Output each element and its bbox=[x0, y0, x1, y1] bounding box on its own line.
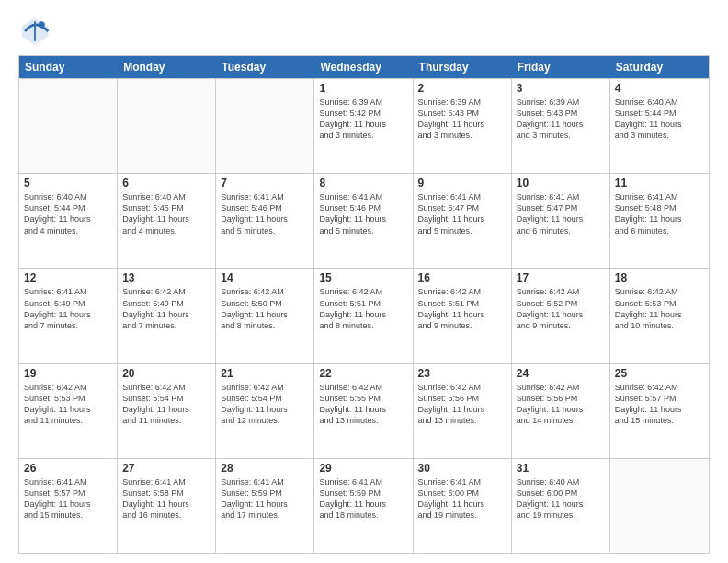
day-cell-4: 4Sunrise: 6:40 AM Sunset: 5:44 PM Daylig… bbox=[610, 79, 709, 173]
day-number: 25 bbox=[615, 367, 704, 380]
page: SundayMondayTuesdayWednesdayThursdayFrid… bbox=[0, 0, 728, 563]
day-info: Sunrise: 6:40 AM Sunset: 5:44 PM Dayligh… bbox=[615, 97, 704, 142]
day-cell-11: 11Sunrise: 6:41 AM Sunset: 5:48 PM Dayli… bbox=[610, 174, 709, 268]
day-cell-24: 24Sunrise: 6:42 AM Sunset: 5:56 PM Dayli… bbox=[512, 364, 610, 458]
day-info: Sunrise: 6:42 AM Sunset: 5:51 PM Dayligh… bbox=[319, 286, 407, 331]
header-day-wednesday: Wednesday bbox=[314, 56, 413, 78]
calendar: SundayMondayTuesdayWednesdayThursdayFrid… bbox=[18, 55, 710, 554]
day-info: Sunrise: 6:42 AM Sunset: 5:50 PM Dayligh… bbox=[221, 286, 309, 331]
calendar-header: SundayMondayTuesdayWednesdayThursdayFrid… bbox=[19, 56, 709, 78]
day-info: Sunrise: 6:41 AM Sunset: 5:46 PM Dayligh… bbox=[319, 191, 407, 236]
day-info: Sunrise: 6:39 AM Sunset: 5:42 PM Dayligh… bbox=[319, 97, 407, 142]
day-cell-20: 20Sunrise: 6:42 AM Sunset: 5:54 PM Dayli… bbox=[118, 364, 216, 458]
day-cell-10: 10Sunrise: 6:41 AM Sunset: 5:47 PM Dayli… bbox=[512, 174, 610, 268]
day-info: Sunrise: 6:41 AM Sunset: 5:49 PM Dayligh… bbox=[24, 286, 112, 331]
day-number: 16 bbox=[418, 271, 506, 284]
day-info: Sunrise: 6:42 AM Sunset: 5:55 PM Dayligh… bbox=[319, 382, 407, 427]
header-day-tuesday: Tuesday bbox=[216, 56, 314, 78]
header-day-thursday: Thursday bbox=[414, 56, 512, 78]
day-info: Sunrise: 6:41 AM Sunset: 5:59 PM Dayligh… bbox=[319, 477, 407, 522]
logo bbox=[18, 15, 55, 48]
day-number: 7 bbox=[221, 177, 309, 190]
day-info: Sunrise: 6:40 AM Sunset: 5:45 PM Dayligh… bbox=[122, 191, 210, 236]
day-cell-16: 16Sunrise: 6:42 AM Sunset: 5:51 PM Dayli… bbox=[414, 269, 512, 362]
day-info: Sunrise: 6:41 AM Sunset: 5:47 PM Dayligh… bbox=[517, 191, 605, 236]
day-info: Sunrise: 6:42 AM Sunset: 5:52 PM Dayligh… bbox=[517, 286, 605, 331]
day-info: Sunrise: 6:42 AM Sunset: 5:54 PM Dayligh… bbox=[122, 382, 210, 427]
day-info: Sunrise: 6:41 AM Sunset: 5:47 PM Dayligh… bbox=[418, 191, 506, 236]
day-number: 26 bbox=[24, 462, 112, 475]
header-day-saturday: Saturday bbox=[610, 56, 709, 78]
day-number: 6 bbox=[122, 177, 210, 190]
day-number: 20 bbox=[122, 367, 210, 380]
empty-cell-0-0 bbox=[19, 79, 118, 173]
day-info: Sunrise: 6:42 AM Sunset: 5:56 PM Dayligh… bbox=[418, 382, 506, 427]
day-cell-29: 29Sunrise: 6:41 AM Sunset: 5:59 PM Dayli… bbox=[314, 459, 413, 553]
day-info: Sunrise: 6:42 AM Sunset: 5:57 PM Dayligh… bbox=[615, 382, 704, 427]
day-info: Sunrise: 6:39 AM Sunset: 5:43 PM Dayligh… bbox=[517, 97, 605, 142]
day-info: Sunrise: 6:39 AM Sunset: 5:43 PM Dayligh… bbox=[418, 97, 506, 142]
day-info: Sunrise: 6:41 AM Sunset: 6:00 PM Dayligh… bbox=[418, 477, 506, 522]
empty-cell-4-6 bbox=[610, 459, 709, 553]
header-day-monday: Monday bbox=[118, 56, 216, 78]
day-number: 22 bbox=[319, 367, 407, 380]
day-number: 31 bbox=[517, 462, 605, 475]
day-cell-26: 26Sunrise: 6:41 AM Sunset: 5:57 PM Dayli… bbox=[19, 459, 118, 553]
day-number: 4 bbox=[615, 82, 704, 95]
day-cell-28: 28Sunrise: 6:41 AM Sunset: 5:59 PM Dayli… bbox=[216, 459, 314, 553]
day-number: 3 bbox=[517, 82, 605, 95]
header-day-sunday: Sunday bbox=[19, 56, 118, 78]
day-info: Sunrise: 6:41 AM Sunset: 5:48 PM Dayligh… bbox=[615, 191, 704, 236]
day-cell-15: 15Sunrise: 6:42 AM Sunset: 5:51 PM Dayli… bbox=[314, 269, 413, 362]
day-cell-22: 22Sunrise: 6:42 AM Sunset: 5:55 PM Dayli… bbox=[314, 364, 413, 458]
calendar-row-2: 5Sunrise: 6:40 AM Sunset: 5:44 PM Daylig… bbox=[19, 173, 709, 268]
day-number: 10 bbox=[517, 177, 605, 190]
day-number: 2 bbox=[418, 82, 506, 95]
day-cell-1: 1Sunrise: 6:39 AM Sunset: 5:42 PM Daylig… bbox=[314, 79, 413, 173]
day-info: Sunrise: 6:42 AM Sunset: 5:54 PM Dayligh… bbox=[221, 382, 309, 427]
day-cell-14: 14Sunrise: 6:42 AM Sunset: 5:50 PM Dayli… bbox=[216, 269, 314, 362]
day-number: 15 bbox=[319, 271, 407, 284]
day-cell-12: 12Sunrise: 6:41 AM Sunset: 5:49 PM Dayli… bbox=[19, 269, 118, 362]
day-number: 21 bbox=[221, 367, 309, 380]
day-info: Sunrise: 6:40 AM Sunset: 6:00 PM Dayligh… bbox=[517, 477, 605, 522]
day-number: 1 bbox=[319, 82, 407, 95]
day-cell-7: 7Sunrise: 6:41 AM Sunset: 5:46 PM Daylig… bbox=[216, 174, 314, 268]
day-number: 19 bbox=[24, 367, 112, 380]
calendar-row-1: 1Sunrise: 6:39 AM Sunset: 5:42 PM Daylig… bbox=[19, 78, 709, 173]
day-cell-6: 6Sunrise: 6:40 AM Sunset: 5:45 PM Daylig… bbox=[118, 174, 216, 268]
day-cell-13: 13Sunrise: 6:42 AM Sunset: 5:49 PM Dayli… bbox=[118, 269, 216, 362]
day-cell-19: 19Sunrise: 6:42 AM Sunset: 5:53 PM Dayli… bbox=[19, 364, 118, 458]
day-number: 8 bbox=[319, 177, 407, 190]
day-cell-9: 9Sunrise: 6:41 AM Sunset: 5:47 PM Daylig… bbox=[414, 174, 512, 268]
day-info: Sunrise: 6:42 AM Sunset: 5:53 PM Dayligh… bbox=[24, 382, 112, 427]
day-cell-30: 30Sunrise: 6:41 AM Sunset: 6:00 PM Dayli… bbox=[414, 459, 512, 553]
day-info: Sunrise: 6:40 AM Sunset: 5:44 PM Dayligh… bbox=[24, 191, 112, 236]
day-cell-27: 27Sunrise: 6:41 AM Sunset: 5:58 PM Dayli… bbox=[118, 459, 216, 553]
day-cell-25: 25Sunrise: 6:42 AM Sunset: 5:57 PM Dayli… bbox=[610, 364, 709, 458]
day-number: 29 bbox=[319, 462, 407, 475]
day-info: Sunrise: 6:42 AM Sunset: 5:53 PM Dayligh… bbox=[615, 286, 704, 331]
day-number: 11 bbox=[615, 177, 704, 190]
day-number: 27 bbox=[122, 462, 210, 475]
day-cell-8: 8Sunrise: 6:41 AM Sunset: 5:46 PM Daylig… bbox=[314, 174, 413, 268]
day-number: 13 bbox=[122, 271, 210, 284]
day-info: Sunrise: 6:42 AM Sunset: 5:51 PM Dayligh… bbox=[418, 286, 506, 331]
day-info: Sunrise: 6:42 AM Sunset: 5:56 PM Dayligh… bbox=[517, 382, 605, 427]
day-info: Sunrise: 6:41 AM Sunset: 5:59 PM Dayligh… bbox=[221, 477, 309, 522]
day-number: 5 bbox=[24, 177, 112, 190]
day-number: 24 bbox=[517, 367, 605, 380]
day-info: Sunrise: 6:41 AM Sunset: 5:46 PM Dayligh… bbox=[221, 191, 309, 236]
day-cell-18: 18Sunrise: 6:42 AM Sunset: 5:53 PM Dayli… bbox=[610, 269, 709, 362]
day-cell-3: 3Sunrise: 6:39 AM Sunset: 5:43 PM Daylig… bbox=[512, 79, 610, 173]
svg-point-1 bbox=[39, 21, 45, 28]
empty-cell-0-1 bbox=[118, 79, 216, 173]
day-cell-2: 2Sunrise: 6:39 AM Sunset: 5:43 PM Daylig… bbox=[414, 79, 512, 173]
empty-cell-0-2 bbox=[216, 79, 314, 173]
calendar-body: 1Sunrise: 6:39 AM Sunset: 5:42 PM Daylig… bbox=[19, 78, 709, 553]
day-info: Sunrise: 6:42 AM Sunset: 5:49 PM Dayligh… bbox=[122, 286, 210, 331]
calendar-row-5: 26Sunrise: 6:41 AM Sunset: 5:57 PM Dayli… bbox=[19, 458, 709, 553]
day-number: 17 bbox=[517, 271, 605, 284]
day-number: 14 bbox=[221, 271, 309, 284]
header-day-friday: Friday bbox=[512, 56, 610, 78]
